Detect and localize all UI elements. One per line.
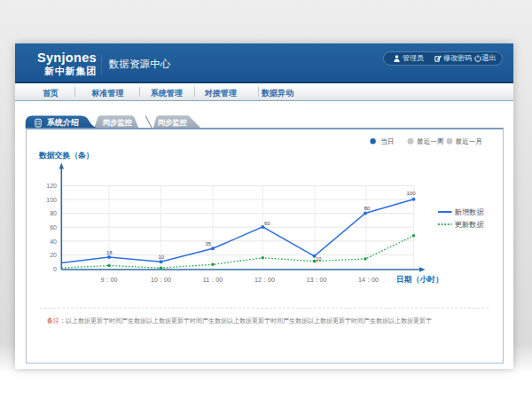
svg-text:10: 10	[159, 254, 165, 260]
svg-text:10: 10	[316, 256, 322, 262]
svg-text:日期（小时）: 日期（小时）	[396, 275, 443, 284]
svg-text:更新数据: 更新数据	[455, 220, 484, 229]
svg-text:120: 120	[46, 183, 57, 189]
svg-text:20: 20	[50, 252, 57, 258]
svg-text:11：00: 11：00	[203, 276, 223, 284]
svg-text:当日: 当日	[381, 137, 395, 145]
svg-text:最近一周: 最近一周	[417, 137, 443, 145]
svg-text:9：00: 9：00	[100, 276, 117, 284]
svg-text:0: 0	[53, 266, 57, 272]
svg-text:12：00: 12：00	[254, 276, 275, 284]
svg-text:80: 80	[50, 210, 57, 216]
svg-text:35: 35	[206, 241, 212, 246]
svg-text:最近一月: 最近一月	[456, 137, 482, 145]
svg-text:14：00: 14：00	[358, 276, 379, 284]
svg-text:新增数据: 新增数据	[455, 207, 484, 216]
svg-text:18: 18	[106, 250, 113, 255]
svg-text:100: 100	[46, 197, 57, 203]
svg-text:13：00: 13：00	[306, 276, 326, 284]
svg-text:40: 40	[50, 239, 57, 245]
svg-text:100: 100	[407, 191, 417, 196]
svg-text:80: 80	[364, 206, 371, 211]
svg-text:10：00: 10：00	[151, 276, 171, 284]
svg-text:60: 60	[264, 221, 270, 226]
svg-text:数据交换（条）: 数据交换（条）	[38, 151, 94, 160]
svg-text:60: 60	[50, 224, 57, 231]
